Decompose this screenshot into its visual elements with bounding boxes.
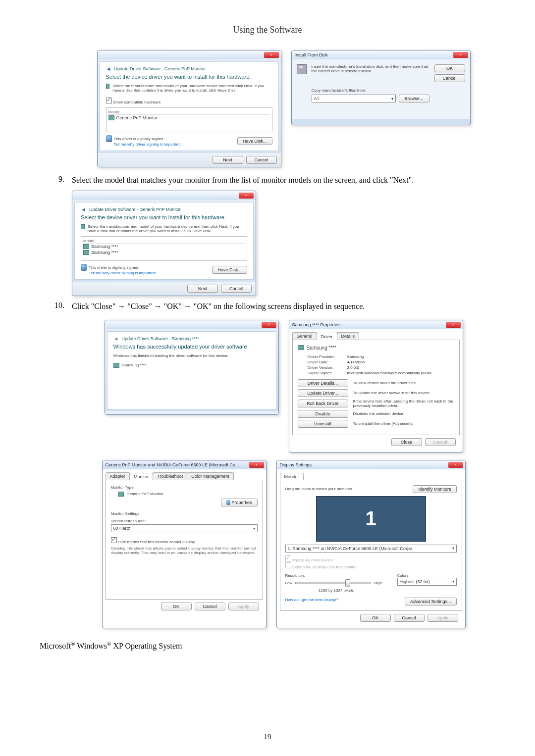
list-item[interactable]: Generic PnP Monitor [108, 115, 270, 121]
update-success-window: × ◄ Update Driver Software - Samsung ***… [105, 320, 279, 415]
monitor-preview[interactable]: 1 [316, 496, 426, 542]
close-icon[interactable]: × [264, 52, 279, 58]
browse-button[interactable]: Browse... [399, 95, 429, 102]
tab-color-management[interactable]: Color Management [187, 472, 234, 480]
rollback-desc: If the device fails after updating the d… [353, 399, 454, 408]
next-button[interactable]: Next [187, 285, 218, 293]
model-name: Samsung **** [91, 250, 118, 255]
step-text: Select the model that matches your monit… [72, 175, 414, 186]
close-button[interactable]: Close [391, 438, 422, 446]
close-icon[interactable]: × [448, 462, 463, 468]
step-9: 9. Select the model that matches your mo… [40, 175, 495, 186]
close-icon[interactable]: × [446, 322, 461, 328]
step-10: 10. Click "Close" → "Close" → "OK" → "OK… [40, 301, 495, 312]
monitor-icon [106, 84, 110, 89]
rollback-button[interactable]: Roll Back Driver [298, 400, 348, 407]
floppy-icon [297, 64, 307, 74]
low-label: Low [285, 581, 293, 585]
tab-row: Monitor [280, 472, 462, 480]
signing-link[interactable]: Tell me why driver signing is important [114, 142, 181, 147]
monitor-type-label: Monitor Type [111, 485, 258, 490]
window-titlebar: Generic PnP Monitor and NVIDIA GeForce 6… [103, 460, 266, 469]
instruction-text: Select the manufacturer and model of you… [112, 84, 272, 93]
window-titlebar: Install From Disk × [292, 50, 470, 59]
tab-adapter[interactable]: Adapter [106, 472, 130, 480]
col-header-model: Model [83, 239, 245, 244]
close-icon[interactable]: × [249, 462, 264, 468]
cancel-button[interactable]: Cancel [195, 603, 225, 610]
cancel-button[interactable]: Cancel [246, 156, 277, 164]
tab-driver[interactable]: Driver [317, 333, 337, 340]
close-button[interactable]: Close [244, 414, 274, 415]
resolution-slider[interactable] [295, 582, 371, 584]
window-titlebar: Samsung **** Properties × [289, 320, 463, 329]
advanced-settings-button[interactable]: Advanced Settings... [405, 598, 457, 605]
dialog-heading: Windows has successfully updated your dr… [113, 344, 270, 350]
update-driver-window-2: × ◄ Update Driver Software - Generic PnP… [72, 191, 256, 296]
next-button[interactable]: Next [213, 156, 243, 164]
model-name: Generic PnP Monitor [116, 115, 158, 120]
update-driver-button[interactable]: Update Driver... [298, 389, 348, 397]
close-icon[interactable]: × [262, 322, 276, 328]
have-disk-button[interactable]: Have Disk... [237, 137, 272, 145]
properties-button[interactable]: Properties [221, 499, 258, 507]
list-item[interactable]: Samsung **** [83, 250, 245, 255]
tab-troubleshoot[interactable]: Troubleshoot [153, 472, 187, 480]
signed-text: This driver is digitally signed. [89, 265, 139, 270]
dialog-heading: Select the device driver you want to ins… [81, 214, 247, 220]
hide-modes-desc: Clearing this check box allows you to se… [111, 546, 258, 555]
driver-details-button[interactable]: Driver Details... [298, 379, 348, 387]
window-titlebar: × [105, 320, 278, 329]
apply-button: Apply [228, 603, 259, 610]
close-icon[interactable]: × [453, 52, 468, 58]
path-input[interactable]: A:\ [312, 95, 396, 102]
cancel-button[interactable]: Cancel [434, 74, 465, 82]
tab-monitor[interactable]: Monitor [129, 473, 153, 480]
ok-button[interactable]: OK [360, 614, 391, 622]
best-display-link[interactable]: How do I get the best display? [285, 598, 338, 605]
uninstall-desc: To uninstall the driver (Advanced). [353, 421, 454, 426]
colors-dropdown[interactable]: Highest (32 bit) [397, 578, 457, 586]
signing-link[interactable]: Tell me why driver signing is important [89, 271, 156, 275]
dialog-heading: Select the device driver you want to ins… [106, 74, 272, 80]
cancel-button[interactable]: Cancel [221, 285, 252, 293]
back-icon[interactable]: ◄ [81, 206, 86, 212]
uninstall-button[interactable]: Uninstall [298, 420, 348, 428]
model-list: Model Generic PnP Monitor [106, 107, 272, 132]
page-number: 19 [0, 733, 535, 741]
tab-monitor[interactable]: Monitor [280, 473, 304, 480]
refresh-rate-dropdown[interactable]: 60 Hertz [111, 524, 258, 532]
version-label: Driver Version: [308, 365, 347, 370]
hide-modes-checkbox[interactable] [111, 537, 117, 543]
col-header-model: Model [108, 110, 270, 115]
disable-button[interactable]: Disable [298, 410, 348, 418]
cancel-button: Cancel [425, 438, 456, 446]
identify-monitors-button[interactable]: Identify Monitors [413, 485, 456, 493]
screenshot-row-1: × ◄ Update Driver Software - Generic PnP… [72, 50, 495, 167]
model-name: Samsung **** [91, 244, 118, 249]
model-list: Model Samsung **** Samsung **** [81, 236, 247, 261]
ok-button[interactable]: OK [161, 603, 192, 610]
window-titlebar: Display Settings × [277, 460, 465, 469]
cancel-button[interactable]: Cancel [394, 614, 425, 622]
colors-label: Colors: [397, 573, 457, 578]
have-disk-button[interactable]: Have Disk... [212, 266, 247, 274]
instruction-text: Insert the manufacturer's installation d… [312, 64, 429, 73]
breadcrumb: Update Driver Software - Generic PnP Mon… [114, 66, 206, 71]
device-name: Samsung **** [122, 363, 146, 368]
tab-general[interactable]: General [292, 332, 317, 340]
monitor-icon [83, 244, 89, 249]
back-icon[interactable]: ◄ [106, 66, 111, 72]
tab-details[interactable]: Details [337, 332, 360, 340]
ok-button[interactable]: OK [434, 64, 465, 72]
details-desc: To view details about the driver files. [353, 381, 454, 385]
display-dropdown[interactable]: 1. Samsung **** on NVIDIA GeForce 6600 L… [285, 545, 457, 553]
instruction-text: Select the manufacturer and model of you… [88, 224, 247, 233]
list-item[interactable]: Samsung **** [83, 244, 245, 250]
close-icon[interactable]: × [239, 193, 254, 199]
provider-value: Samsung [347, 354, 364, 359]
disable-desc: Disables the selected device. [353, 411, 454, 416]
copy-from-label: Copy manufacturer's files from: [312, 88, 429, 93]
show-compatible-checkbox[interactable] [106, 98, 112, 103]
resolution-label: Resolution: [285, 573, 387, 578]
